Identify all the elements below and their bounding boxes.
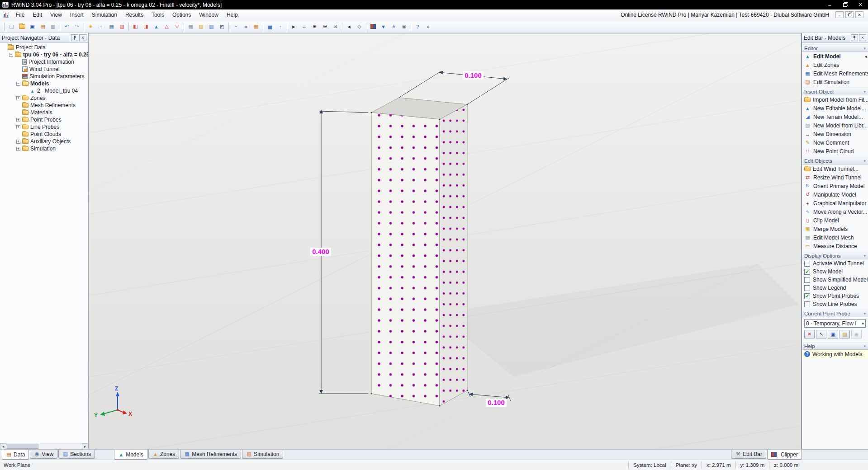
navigator-tab[interactable]: ▤ Sections (58, 450, 95, 459)
wind-tunnel-settings[interactable]: ◨ (141, 22, 151, 32)
project-tables[interactable]: ▤ (38, 22, 48, 32)
help-link[interactable]: ? Working with Models (802, 350, 868, 358)
dimension-top-label[interactable]: 0.100 (465, 71, 482, 79)
section-insert-object[interactable]: Insert Object▾ (802, 88, 868, 95)
tree-item[interactable]: − Models (0, 80, 88, 87)
select[interactable]: ► (289, 22, 299, 32)
edit-bar-item[interactable]: ◢ New Terrain Model... (802, 113, 868, 121)
scrollbar-thumb[interactable] (7, 444, 38, 449)
document-tab[interactable]: ▲ Zones (148, 450, 179, 459)
menu-item[interactable]: Tools (147, 10, 168, 19)
edit-bar-item[interactable]: ↻ Orient Primary Model (802, 182, 868, 190)
help-tool[interactable]: ? (413, 22, 423, 32)
checkbox[interactable] (804, 261, 810, 267)
checkbox[interactable] (804, 293, 810, 299)
tree-item[interactable]: Project Data (0, 44, 88, 51)
tree-expander-icon[interactable]: + (16, 147, 20, 151)
previous-view[interactable]: ◄ (344, 22, 354, 32)
edit-model[interactable]: ▲ (151, 22, 161, 32)
edit-bar-item[interactable]: ▭ Measure Distance (802, 242, 868, 250)
tree-item[interactable]: 2 - Model_tpu 04 (0, 87, 88, 94)
edit-bar-item[interactable]: Edit Wind Tunnel... (802, 164, 868, 173)
scroll-right-icon[interactable]: ▸ (82, 443, 88, 449)
edit-bar-item[interactable]: ▥ New Model from Libr... (802, 121, 868, 130)
edit-bar-item[interactable]: ▦ Edit Mesh Refinements ◂ (802, 69, 868, 78)
edit-bar-item[interactable]: ✎ New Comment (802, 138, 868, 147)
edit-bar-item[interactable]: Import Model from Fil... (802, 95, 868, 104)
mdi-close-button[interactable]: ✕ (855, 11, 863, 18)
edit-bar-pin-button[interactable] (851, 34, 858, 41)
zoom-out[interactable]: ⊖ (320, 22, 330, 32)
tree-expander-icon[interactable]: + (16, 125, 20, 129)
checkbox[interactable] (804, 285, 810, 291)
save-probe-button[interactable]: ▣ (828, 330, 838, 338)
settings[interactable]: ◉ (399, 22, 409, 32)
display-option-row[interactable]: Show Point Probes (802, 292, 868, 300)
navigator-close-button[interactable]: × (79, 34, 86, 41)
undo[interactable]: ↶ (62, 22, 72, 32)
menu-item[interactable]: Options (168, 10, 195, 19)
checkbox[interactable] (804, 301, 810, 307)
display-option-row[interactable]: Show Line Probes (802, 300, 868, 308)
clipper-tool[interactable] (368, 22, 378, 32)
tree-item[interactable]: + Zones (0, 94, 88, 102)
tree-item[interactable]: Simulation Parameters (0, 73, 88, 80)
new-file[interactable]: ▢ (6, 22, 17, 32)
menu-item[interactable]: Insert (66, 10, 88, 19)
menu-item[interactable]: Edit (28, 10, 46, 19)
edit-bar-item[interactable]: ▲ Edit Model ◂ (802, 52, 868, 61)
section-current-point-probe[interactable]: Current Point Probe▾ (802, 310, 868, 317)
wind-tunnel[interactable]: ◧ (130, 22, 141, 32)
document-tab[interactable]: ▦ Mesh Refinements (180, 450, 241, 459)
edit-bar-item[interactable]: ⇘ Move Along a Vector... (802, 207, 868, 216)
open-project[interactable] (17, 22, 27, 32)
tree-item[interactable]: Project Information (0, 58, 88, 66)
panel-tab[interactable]: Clipper (767, 450, 802, 460)
section-editor[interactable]: Editor▾ (802, 44, 868, 52)
close-button[interactable]: ✕ (853, 0, 868, 9)
render[interactable]: ◩ (217, 22, 227, 32)
guidelines[interactable]: + (96, 22, 106, 32)
mdi-minimize-button[interactable]: – (835, 11, 844, 18)
grid[interactable]: ▦ (106, 22, 117, 32)
dimension-bottom-label[interactable]: 0.100 (488, 399, 505, 406)
toolbar-overflow[interactable]: » (423, 22, 433, 32)
panel-tab[interactable]: ⚒ Edit Bar (731, 450, 766, 459)
display-option-row[interactable]: Show Legend (802, 284, 868, 292)
tree-expander-icon[interactable]: + (16, 118, 20, 122)
menu-item[interactable]: Results (121, 10, 147, 19)
tree-item[interactable]: + Auxiliary Objects (0, 138, 88, 145)
checkbox[interactable] (804, 277, 810, 283)
toolbar-grip[interactable] (3, 23, 5, 31)
minimize-button[interactable]: – (822, 0, 837, 9)
current-probe-dropdown[interactable]: 0 - Temporary, Flow I ▾ (804, 319, 866, 328)
edit-bar-item[interactable]: ↺ Manipulate Model (802, 190, 868, 199)
edit-bar-item[interactable]: + Graphical Manipulator (802, 199, 868, 207)
dimension-left-label[interactable]: 0.400 (312, 248, 329, 255)
document-tab[interactable]: ▲ Models (114, 450, 147, 460)
probe-diagram-button[interactable]: ▨ (840, 330, 850, 338)
edit-bar-close-button[interactable]: × (859, 34, 866, 41)
tree-item[interactable]: + Line Probes (0, 123, 88, 131)
document-tab[interactable]: ▤ Simulation (242, 450, 283, 459)
result-tables[interactable]: ▦ (251, 22, 261, 32)
isometric-view[interactable]: ◇ (354, 22, 365, 32)
section-edit-objects[interactable]: Edit Objects▾ (802, 157, 868, 164)
pick-probe-button[interactable]: ↖ (816, 330, 826, 338)
graphs[interactable]: ≈ (241, 22, 251, 32)
remove-model[interactable]: ▽ (172, 22, 182, 32)
tree-item[interactable]: Wind Tunnel (0, 66, 88, 73)
navigator-horizontal-scrollbar[interactable]: ◂ ▸ (0, 443, 88, 449)
menu-item[interactable]: View (46, 10, 66, 19)
screenshot[interactable]: ▨ (196, 22, 206, 32)
edit-bar-item[interactable]: ↔ New Dimension (802, 130, 868, 138)
mesh[interactable]: ▦ (185, 22, 196, 32)
edit-bar-item[interactable]: ▦ Edit Model Mesh (802, 233, 868, 242)
zoom-all[interactable]: ⊡ (330, 22, 341, 32)
tree-item[interactable]: + Simulation (0, 145, 88, 152)
delete-probe-button[interactable]: ✕ (804, 330, 815, 338)
zoom-in[interactable]: ⊕ (309, 22, 320, 32)
pan[interactable]: ↔ (299, 22, 309, 32)
menu-item[interactable]: File (12, 10, 28, 19)
pin-button[interactable] (71, 34, 78, 41)
